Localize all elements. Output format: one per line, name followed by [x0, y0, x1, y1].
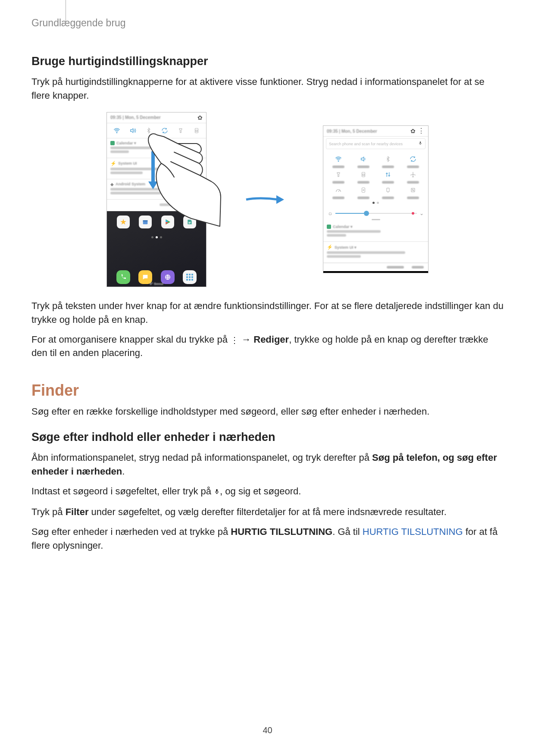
performance-icon: [328, 185, 349, 195]
paragraph: Tryk på hurtigindstillingknapperne for a…: [31, 75, 504, 103]
paragraph: Indtast et søgeord i søgefeltet, eller t…: [31, 484, 504, 499]
breadcrumb: Grundlæggende brug: [31, 17, 504, 29]
svg-rect-18: [362, 172, 365, 177]
link-hurtig-tilslutning[interactable]: HURTIG TILSLUTNING: [363, 526, 463, 537]
svg-marker-15: [276, 195, 284, 204]
sound-icon: [128, 126, 138, 135]
quick-settings-row: [107, 123, 206, 138]
brightness-icon: ☼: [328, 210, 333, 216]
svg-rect-1: [195, 128, 198, 133]
svg-rect-22: [387, 188, 389, 192]
swipe-down-arrow-icon: [147, 138, 160, 190]
hotspot-icon: [378, 185, 398, 195]
wifi-icon: [112, 126, 122, 135]
svg-rect-24: [216, 489, 218, 492]
brightness-slider: ☼ ⌄: [323, 208, 428, 218]
microphone-icon: [418, 141, 422, 147]
rotate-icon: [160, 126, 169, 135]
svg-point-17: [338, 161, 339, 162]
bluelight-icon: [353, 185, 374, 195]
paragraph: Tryk på Filter under søgefeltet, og vælg…: [31, 505, 504, 519]
svg-rect-13: [151, 151, 155, 181]
section-heading-finder: Finder: [31, 381, 504, 400]
svg-rect-20: [362, 188, 365, 193]
svg-rect-9: [189, 223, 191, 223]
bluetooth-icon: [378, 154, 398, 164]
gear-icon: ✿: [410, 128, 416, 134]
phone-screenshot-collapsed: 09:35 | Mon, 5 December ✿: [106, 112, 206, 287]
section-heading-quick-settings: Bruge hurtigindstillingsknapper: [31, 55, 504, 68]
svg-point-21: [363, 190, 363, 191]
phone-screenshot-expanded: 09:35 | Mon, 5 December ✿⋮ Search phone …: [323, 125, 429, 273]
subsection-heading-search: Søge efter indhold eller enheder i nærhe…: [31, 431, 504, 444]
paragraph: Tryk på teksten under hver knap for at æ…: [31, 299, 504, 327]
airplane-icon: [403, 170, 423, 179]
microphone-icon: [214, 485, 220, 499]
sound-icon: [353, 154, 374, 164]
more-options-icon: ⋮: [416, 127, 425, 134]
flashlight-icon: [328, 170, 349, 179]
data-icon: [378, 170, 398, 179]
svg-rect-8: [189, 222, 191, 222]
wifi-icon: [328, 154, 349, 164]
gear-icon: ✿: [197, 114, 203, 121]
sim-icon: [353, 170, 374, 179]
page-number: 40: [0, 725, 535, 735]
paragraph: Åbn informationspanelet, stryg nedad på …: [31, 451, 504, 478]
panel-footer: [323, 263, 428, 271]
svg-rect-11: [151, 143, 155, 145]
paragraph: For at omorganisere knapper skal du tryk…: [31, 333, 504, 360]
sim-icon: [192, 126, 201, 135]
svg-marker-14: [148, 181, 158, 189]
more-options-icon: ⋮: [230, 336, 239, 344]
paragraph: Søg efter enheder i nærheden ved at tryk…: [31, 525, 504, 553]
status-time: 09:35 | Mon, 5 December: [327, 129, 377, 134]
nfc-icon: [403, 185, 423, 195]
svg-rect-12: [151, 147, 155, 150]
svg-rect-19: [363, 174, 364, 176]
bluetooth-icon: [144, 126, 153, 135]
rotate-icon: [403, 154, 423, 164]
svg-rect-2: [196, 130, 197, 132]
figure-quick-settings: 09:35 | Mon, 5 December ✿: [31, 112, 504, 287]
svg-rect-4: [143, 220, 148, 222]
svg-rect-16: [420, 142, 421, 144]
flashlight-icon: [176, 126, 185, 135]
chevron-down-icon: ⌄: [419, 210, 424, 216]
paragraph: Søg efter en række forskellige indholdst…: [31, 405, 504, 419]
svg-point-0: [116, 132, 117, 133]
arrow-right-icon: [245, 194, 284, 206]
status-time: 09:35 | Mon, 5 December: [110, 115, 161, 120]
search-bar: Search phone and scan for nearby devices: [326, 138, 425, 149]
